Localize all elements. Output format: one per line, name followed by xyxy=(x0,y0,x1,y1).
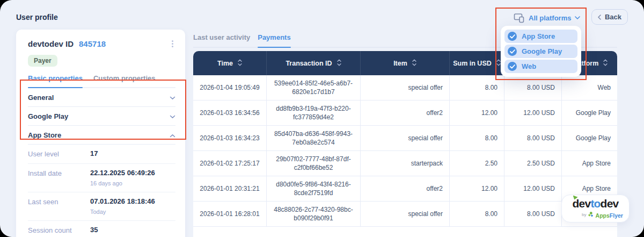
chevron-up-icon xyxy=(170,130,175,140)
property-label: Last seen xyxy=(28,197,90,206)
sort-icon[interactable] xyxy=(337,59,341,68)
property-value: 22.12.2025 06:49:2616 days ago xyxy=(90,169,175,187)
table-cell: 8.00 USD xyxy=(504,202,562,226)
table-cell: App Store xyxy=(562,151,617,176)
platform-option-label: App Store xyxy=(522,32,555,40)
devtodev-wordmark: devtodev xyxy=(573,198,619,209)
platform-filter-dropdown[interactable]: All platforms xyxy=(514,11,580,25)
chevron-left-icon xyxy=(598,15,601,20)
sort-icon[interactable] xyxy=(412,59,416,68)
table-row[interactable]: 2026-01-01 20:31:21d80d0fe5-9f86-43f4-82… xyxy=(193,176,617,202)
section-google-play[interactable]: Google Play xyxy=(28,107,175,126)
property-label: Install date xyxy=(28,169,90,177)
table-cell: 48c88026-2c77-4320-98bc-b090f29b0f91 xyxy=(267,202,361,226)
table-row[interactable]: 2026-01-04 19:05:49539ee014-85f2-46e5-a6… xyxy=(193,75,617,100)
section-app-store[interactable]: App Store xyxy=(28,126,175,145)
column-header-sum-in-usd[interactable]: Sum in USD xyxy=(450,51,504,75)
table-cell: 2026-01-03 16:34:56 xyxy=(193,100,267,125)
table-cell: offer2 xyxy=(361,176,450,201)
section-general[interactable]: General xyxy=(28,88,175,107)
property-value: 07.01.2026 18:18:46Today xyxy=(90,197,175,216)
table-cell: 12.00 USD xyxy=(504,100,562,125)
appsflyer-byline: by AppsFlyer xyxy=(582,210,623,220)
payer-badge: Payer xyxy=(28,55,57,67)
property-row: Session count35 xyxy=(28,221,175,237)
table-cell: 8.00 USD xyxy=(504,75,562,100)
checkbox-checked-icon[interactable] xyxy=(508,32,517,41)
user-profile-page: User profile All platforms Back devtodev… xyxy=(0,0,644,237)
column-header-label: Transaction ID xyxy=(286,60,332,67)
table-row-partial xyxy=(193,227,617,237)
tab-payments[interactable]: Payments xyxy=(258,33,290,47)
back-button[interactable]: Back xyxy=(591,9,628,25)
table-body: 2026-01-04 19:05:49539ee014-85f2-46e5-a6… xyxy=(193,75,617,237)
kebab-menu-icon[interactable] xyxy=(170,38,175,49)
property-label: User level xyxy=(28,149,90,158)
table-cell: Google Play xyxy=(562,126,617,150)
table-row[interactable]: 2026-01-01 16:28:0148c88026-2c77-4320-98… xyxy=(193,202,617,227)
table-cell: 2026-01-04 19:05:49 xyxy=(193,75,267,100)
table-row[interactable]: 2026-01-03 16:34:56dd8fb9b3-f19a-47f3-b2… xyxy=(193,100,617,126)
platform-filter-label: All platforms xyxy=(529,14,571,22)
table-cell: 2026-01-01 20:31:21 xyxy=(193,176,267,201)
section-label: App Store xyxy=(28,131,61,139)
sort-icon[interactable] xyxy=(238,59,242,68)
chevron-down-icon xyxy=(170,92,175,102)
profile-card: devtodev ID 845718 Payer Basic propertie… xyxy=(16,30,185,237)
checkbox-checked-icon[interactable] xyxy=(508,47,517,56)
table-cell: Web xyxy=(562,75,617,100)
profile-tab-basic-properties[interactable]: Basic properties xyxy=(28,74,83,87)
column-header-label: Time xyxy=(217,60,233,67)
platform-option-app-store[interactable]: App Store xyxy=(504,30,577,43)
column-header-time[interactable]: Time xyxy=(193,51,267,75)
appsflyer-clover-icon xyxy=(588,212,594,218)
property-value: 17 xyxy=(90,149,175,159)
property-row: User level17 xyxy=(28,145,175,164)
sort-icon[interactable] xyxy=(496,59,501,68)
property-subvalue: 16 days ago xyxy=(90,179,175,187)
devtodev-id-value[interactable]: 845718 xyxy=(79,39,106,48)
tab-last-user-activity[interactable]: Last user activity xyxy=(193,33,250,47)
property-value: 35 xyxy=(90,226,175,235)
table-cell: 2026-01-02 17:25:17 xyxy=(193,151,267,176)
checkbox-checked-icon[interactable] xyxy=(508,62,517,71)
profile-tab-custom-properties[interactable]: Custom properties xyxy=(93,74,156,87)
column-header-label: Sum in USD xyxy=(453,60,492,67)
profile-card-header: devtodev ID 845718 xyxy=(28,38,175,49)
column-header-item[interactable]: Item xyxy=(361,51,450,75)
platform-option-google-play[interactable]: Google Play xyxy=(504,45,577,58)
sort-icon[interactable] xyxy=(603,59,608,68)
property-row: Last seen07.01.2026 18:18:46Today xyxy=(28,192,175,221)
table-cell: special offer xyxy=(361,126,450,150)
profile-card-tabs: Basic propertiesCustom properties xyxy=(28,74,175,88)
table-cell: 85d407ba-d636-458f-9943-7eb0a8e2c574 xyxy=(267,126,361,150)
table-cell: 8.00 USD xyxy=(504,126,562,150)
table-cell: special offer xyxy=(361,202,450,226)
table-cell: offer2 xyxy=(361,100,450,125)
column-header-label: Item xyxy=(393,60,407,67)
property-row: Install date22.12.2025 06:49:2616 days a… xyxy=(28,164,175,192)
table-cell: 2026-01-01 16:28:01 xyxy=(193,202,267,226)
platform-dropdown-popup: App StoreGoogle PlayWeb xyxy=(501,26,581,77)
table-cell: special offer xyxy=(361,75,450,100)
property-label: Session count xyxy=(28,226,90,234)
section-label: General xyxy=(28,94,54,102)
table-row[interactable]: 2026-01-02 17:25:1729b07f02-7777-48bf-87… xyxy=(193,151,617,176)
chevron-down-icon xyxy=(170,111,175,121)
table-cell: 8.00 xyxy=(450,75,504,100)
column-header-transaction-id[interactable]: Transaction ID xyxy=(267,51,361,75)
table-cell: 2.50 USD xyxy=(504,151,562,176)
platform-option-web[interactable]: Web xyxy=(504,60,577,73)
table-row[interactable]: 2026-01-03 16:34:2385d407ba-d636-458f-99… xyxy=(193,126,617,151)
table-cell: 12.00 xyxy=(450,176,504,201)
table-cell: 12.00 USD xyxy=(504,176,562,201)
table-cell: 29b07f02-7777-48bf-87df-c2f0bf66be52 xyxy=(267,151,361,176)
table-cell: Google Play xyxy=(562,100,617,125)
back-button-label: Back xyxy=(605,13,621,21)
table-cell: 8.00 xyxy=(450,202,504,226)
devtodev-id-label: devtodev ID xyxy=(28,39,74,48)
table-cell: 12.00 xyxy=(450,100,504,125)
table-cell: 2.50 xyxy=(450,151,504,176)
platform-option-label: Google Play xyxy=(522,47,562,55)
property-subvalue: Today xyxy=(90,208,175,216)
